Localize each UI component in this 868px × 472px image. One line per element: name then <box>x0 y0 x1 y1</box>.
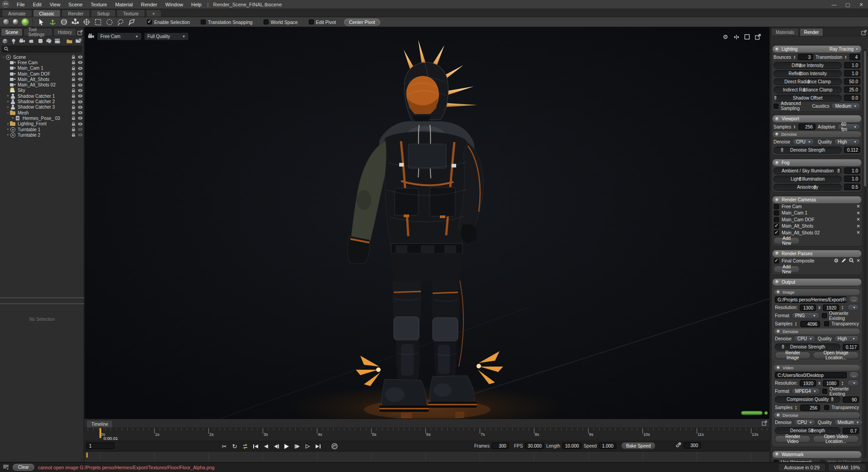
image-subheader[interactable]: Image <box>774 289 860 295</box>
console-log-icon[interactable] <box>3 464 9 471</box>
workspace-tab[interactable]: Animate <box>2 10 32 17</box>
menu-item[interactable]: Help <box>187 0 206 9</box>
fog-slider[interactable]: Anisotropy <box>774 184 842 191</box>
menu-item[interactable]: Texture <box>87 0 111 9</box>
lighting-mode-select[interactable]: Ray Tracing ▼ <box>830 47 859 52</box>
eye-icon[interactable] <box>78 83 82 87</box>
tree-expander[interactable]: + <box>6 94 10 98</box>
pass-settings-gear-icon[interactable]: ⚙ <box>834 257 839 264</box>
menu-item[interactable]: Scene <box>64 0 86 9</box>
section-toggle-icon[interactable] <box>777 330 780 333</box>
eye-icon[interactable] <box>78 88 82 93</box>
split-viewport-icon[interactable] <box>733 33 740 40</box>
step-back-icon[interactable] <box>272 442 280 450</box>
tree-item[interactable]: Main_Cam DOF <box>0 71 84 76</box>
tree-item[interactable]: − Scene <box>0 54 84 60</box>
add-pass-button[interactable]: Add New <box>774 266 800 273</box>
slider-value-field[interactable]: 1.0 <box>844 70 860 76</box>
caustics-select[interactable]: Medium ▼ <box>831 103 860 110</box>
lock-icon[interactable] <box>71 55 76 59</box>
lock-icon[interactable] <box>71 110 76 115</box>
popout-viewport-icon[interactable] <box>755 33 761 40</box>
section-toggle-icon[interactable] <box>777 366 780 369</box>
tree-item[interactable]: Main_Alt_Shots <box>0 76 84 82</box>
tree-item[interactable]: − Mesh <box>0 110 84 115</box>
tree-expander[interactable]: − <box>6 110 10 115</box>
timeline-track-area[interactable] <box>85 452 769 462</box>
video-path-field[interactable]: C:/Users/liox0/Desktop <box>775 372 847 378</box>
browse-image-path-button[interactable]: ... <box>849 296 859 303</box>
end-frame-field[interactable]: 300 <box>684 442 701 448</box>
marquee-select-icon[interactable] <box>94 18 102 26</box>
lock-icon[interactable] <box>71 72 76 76</box>
shaded-sphere-button[interactable] <box>3 19 9 25</box>
render-passes-header[interactable]: Render Passes <box>773 250 861 257</box>
add-camera-button[interactable]: Add New <box>774 237 800 244</box>
timeline-tab[interactable]: Timeline <box>86 420 113 428</box>
eye-icon[interactable] <box>78 133 82 137</box>
step-forward-icon[interactable] <box>293 442 301 450</box>
tree-item[interactable]: + Turntable 2 <box>0 132 84 138</box>
maximize-viewport-icon[interactable] <box>744 33 750 40</box>
section-toggle-icon[interactable] <box>775 198 779 202</box>
tree-item[interactable]: Main_Cam 1 <box>0 66 84 71</box>
slider-value-field[interactable]: 1.0 <box>844 62 860 68</box>
menu-item[interactable]: Render <box>137 0 161 9</box>
move-tool-icon[interactable] <box>48 18 57 26</box>
lock-icon[interactable] <box>71 77 76 81</box>
lock-icon[interactable] <box>71 127 76 132</box>
toolbar-checkbox[interactable]: Edit Pivot <box>309 19 336 25</box>
slider-value-field[interactable]: 0.0 <box>844 95 860 101</box>
tree-item[interactable]: Sky <box>0 88 84 93</box>
fog-slider[interactable]: Ambient / Sky Illumination <box>774 167 842 174</box>
stepper-icon[interactable]: ▲▼ <box>841 381 844 385</box>
skip-to-end-icon[interactable] <box>314 442 322 450</box>
tree-item[interactable]: + Shadow Catcher 1 <box>0 93 84 99</box>
image-samples-field[interactable]: 4096 <box>800 321 820 327</box>
lock-icon[interactable] <box>71 60 76 65</box>
section-toggle-icon[interactable] <box>777 414 780 417</box>
output-header[interactable]: Output <box>773 279 861 286</box>
slider-knob[interactable] <box>774 95 777 100</box>
lighting-slider[interactable]: Reflection Intensity <box>774 70 842 77</box>
tree-expander[interactable]: + <box>11 116 15 120</box>
left-panel-tab[interactable]: Tool Settings <box>24 28 52 36</box>
maximize-icon[interactable]: ▢ <box>841 0 854 9</box>
slider-knob[interactable] <box>830 397 834 402</box>
video-format-select[interactable]: MPEG4 ▼ <box>792 388 820 395</box>
video-samples-field[interactable]: 256 <box>800 405 820 411</box>
lighting-slider[interactable]: Diffuse Intensity <box>774 62 842 69</box>
stepper-icon[interactable]: ▲▼ <box>793 55 796 59</box>
denoise-quality-select[interactable]: High ▼ <box>834 335 859 342</box>
section-toggle-icon[interactable] <box>775 453 779 456</box>
menu-item[interactable]: Edit <box>29 0 46 9</box>
overwrite-existing-checkbox[interactable] <box>822 313 827 318</box>
section-toggle-icon[interactable] <box>775 252 779 255</box>
adaptive-select[interactable]: 60 fps ▼ <box>838 124 860 130</box>
pivot-tool-icon[interactable] <box>82 18 91 26</box>
slider-value-field[interactable]: 25.0 <box>844 86 860 93</box>
loop-range-icon[interactable]: ↻ <box>231 442 239 450</box>
resolution-height-field[interactable]: 1920 <box>823 305 839 311</box>
lighting-slider[interactable]: Shadow Offset <box>774 95 842 101</box>
lock-icon[interactable] <box>71 94 76 98</box>
denoise-quality-select[interactable]: Medium ▼ <box>834 419 863 426</box>
checkbox-icon[interactable] <box>264 19 269 24</box>
slider-knob[interactable] <box>837 168 840 173</box>
menu-item[interactable]: View <box>46 0 65 9</box>
eye-icon[interactable] <box>78 116 82 120</box>
render-pass-row[interactable]: Final Composite ⚙ × <box>773 257 861 265</box>
add-sky-icon[interactable] <box>28 38 34 44</box>
menu-item[interactable]: Material <box>111 0 137 9</box>
samples-field[interactable]: 256 <box>798 124 816 130</box>
render-camera-row[interactable]: Main_Cam 1 × <box>773 210 861 217</box>
denoise-subheader[interactable]: Denoise <box>774 329 860 334</box>
tree-expander[interactable]: + <box>6 133 10 137</box>
tree-item[interactable]: + Turntable 1 <box>0 127 84 132</box>
overwrite-existing-checkbox[interactable] <box>822 389 827 394</box>
denoise-device-select[interactable]: CPU ▼ <box>794 419 816 426</box>
viewport-settings-gear-icon[interactable]: ⚙ <box>722 33 729 40</box>
checkbox-icon[interactable] <box>309 19 314 24</box>
delete-camera-icon[interactable]: × <box>857 230 860 235</box>
stepper-icon[interactable]: ▲▼ <box>795 322 798 326</box>
